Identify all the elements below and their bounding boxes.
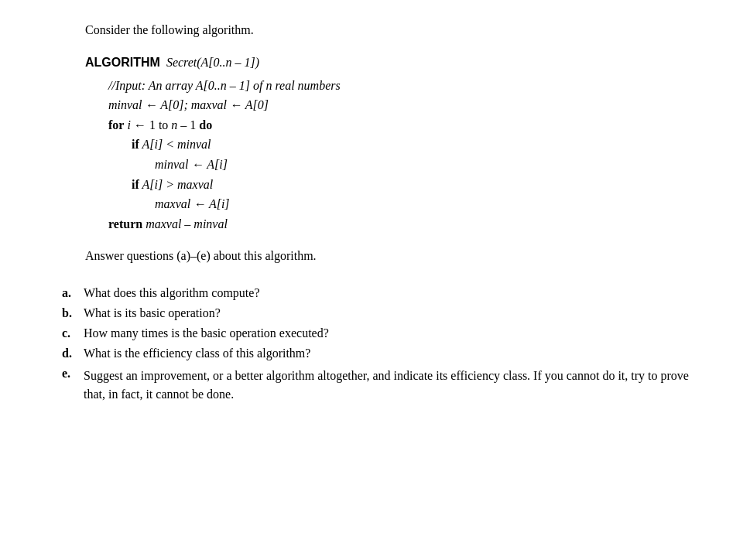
algorithm-comment: //Input: An array A[0..n – 1] of n real … [108, 76, 704, 96]
question-e-text: Suggest an improvement, or a better algo… [84, 367, 704, 404]
for-keyword: for [108, 118, 124, 131]
question-e: e. Suggest an improvement, or a better a… [62, 367, 704, 404]
question-e-label: e. [62, 367, 84, 381]
algorithm-minval-line: minval ← A[i] [155, 155, 704, 175]
algorithm-maxval-line: maxval ← A[i] [155, 194, 704, 214]
if2-condition: A[i] > maxval [142, 178, 214, 191]
return-keyword: return [108, 217, 142, 230]
algorithm-if2-line: if A[i] > maxval [132, 175, 704, 195]
question-b: b. What is its basic operation? [62, 306, 704, 320]
question-c-label: c. [62, 326, 84, 340]
algorithm-title-line: ALGORITHM Secret(A[0..n – 1]) [85, 53, 704, 73]
if1-condition: A[i] < minval [142, 138, 211, 151]
if1-keyword: if [132, 138, 139, 151]
algorithm-return-line: return maxval – minval [108, 214, 704, 234]
question-a: a. What does this algorithm compute? [62, 286, 704, 300]
question-c-text: How many times is the basic operation ex… [84, 326, 704, 340]
questions-list: a. What does this algorithm compute? b. … [62, 286, 704, 404]
for-expr: i [127, 118, 130, 131]
algorithm-for-line: for i ← 1 to n – 1 do [108, 115, 704, 135]
question-a-label: a. [62, 286, 84, 300]
intro-text: Consider the following algorithm. [85, 23, 704, 37]
do-keyword: do [199, 118, 212, 131]
algorithm-line1: minval ← A[0]; maxval ← A[0] [108, 95, 704, 115]
algorithm-keyword: ALGORITHM [85, 56, 160, 69]
if2-keyword: if [132, 178, 139, 191]
question-b-label: b. [62, 306, 84, 320]
question-d-text: What is the efficiency class of this alg… [84, 347, 704, 360]
question-d: d. What is the efficiency class of this … [62, 347, 704, 360]
question-c: c. How many times is the basic operation… [62, 326, 704, 340]
algorithm-name: Secret(A[0..n – 1]) [166, 56, 259, 69]
return-expr: maxval – minval [146, 217, 228, 230]
algorithm-block: ALGORITHM Secret(A[0..n – 1]) //Input: A… [85, 53, 704, 234]
for-arrow: ← 1 to n – 1 [134, 118, 196, 131]
question-a-text: What does this algorithm compute? [84, 286, 704, 300]
question-b-text: What is its basic operation? [84, 306, 704, 320]
answer-prompt: Answer questions (a)–(e) about this algo… [85, 249, 704, 263]
question-d-label: d. [62, 347, 84, 360]
algorithm-if1-line: if A[i] < minval [132, 135, 704, 155]
